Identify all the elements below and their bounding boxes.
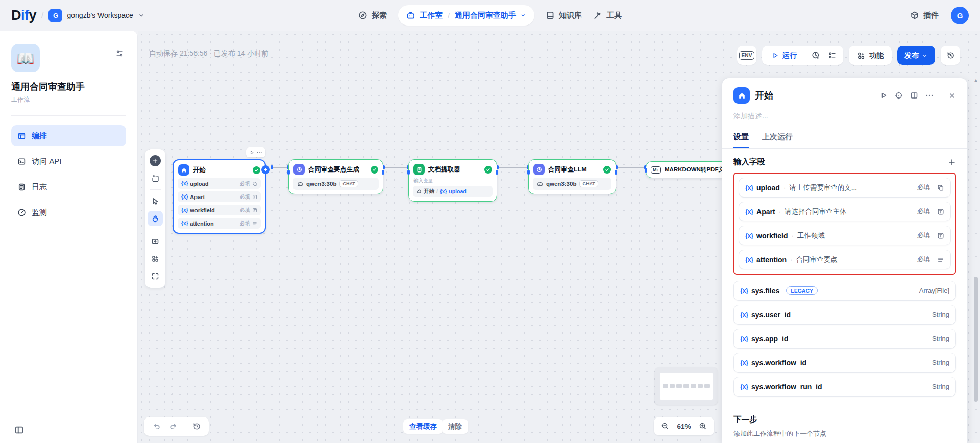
app-title: 通用合同审查助手 (11, 81, 126, 93)
version-history-button[interactable] (941, 46, 960, 65)
nav-tools[interactable]: 工具 (593, 11, 622, 20)
nav-current-app[interactable]: 通用合同审查助手 (455, 11, 526, 20)
node-field-row: {x} Apart 必填 (178, 191, 261, 202)
run-history-icon[interactable] (807, 47, 824, 64)
success-check-icon (484, 166, 492, 174)
sys-field-files[interactable]: {x} sys.files LEGACY Array[File] (733, 281, 956, 301)
compass-icon (358, 11, 368, 20)
node-doc-extractor[interactable]: 文档提取器 输入变量 开始 / {x} upload (408, 159, 497, 202)
checklist-icon[interactable] (824, 47, 840, 64)
variable-icon: {x} (740, 383, 748, 390)
add-note-button[interactable] (148, 170, 163, 186)
dify-logo[interactable]: Dify (11, 8, 36, 23)
export-image-button[interactable] (148, 234, 163, 249)
locate-node-icon[interactable] (895, 91, 903, 100)
minimap-node (704, 384, 710, 388)
node-review-llm[interactable]: 合同审查LLM qwen3:30b CHAT (528, 159, 616, 194)
node-title: 合同审查LLM (548, 165, 600, 174)
required-badge: 必填 (240, 220, 250, 227)
variable-icon: {x} (181, 220, 188, 226)
env-button[interactable]: ENV (737, 46, 756, 65)
nav-plugins[interactable]: 插件 (910, 11, 939, 20)
model-selector[interactable]: qwen3:30b CHAT (293, 178, 379, 190)
variable-reference[interactable]: 开始 / {x} upload (413, 186, 493, 197)
view-cache-button[interactable]: 查看缓存 (403, 419, 443, 434)
minimap[interactable] (655, 367, 718, 405)
markdown-icon: M↓ (651, 166, 661, 174)
description-placeholder[interactable]: 添加描述... (722, 104, 967, 121)
model-type-badge: CHAT (339, 180, 358, 187)
sidebar-item-monitoring[interactable]: 监测 (11, 202, 126, 223)
nav-studio[interactable]: 工作室 (406, 11, 443, 20)
doc-extractor-icon (413, 164, 425, 175)
sys-field-user-id[interactable]: {x} sys.user_id String (733, 305, 956, 325)
split-view-icon[interactable] (910, 91, 918, 100)
nav-knowledge[interactable]: 知识库 (546, 11, 582, 20)
sidebar-item-orchestrate[interactable]: 编排 (11, 125, 126, 146)
page-scrollbar[interactable]: ▲ (973, 78, 979, 443)
undo-icon[interactable] (148, 419, 164, 435)
zoom-in-icon[interactable] (697, 420, 709, 432)
scrollbar-up-arrow[interactable]: ▲ (973, 78, 979, 83)
zoom-controls: 61% (654, 417, 714, 435)
add-node-button[interactable] (148, 153, 163, 168)
sys-field-workflow-run-id[interactable]: {x} sys.workflow_run_id String (733, 377, 956, 397)
features-label: 功能 (869, 51, 884, 60)
node-start[interactable]: 开始 {x} upload 必填 {x} Apart 必填 {x} workfi… (173, 159, 266, 234)
workflow-canvas[interactable]: 自动保存 21:56:56 · 已发布 14 小时前 ENV 运行 功能 发布 (138, 31, 980, 443)
scrollbar-thumb[interactable] (974, 277, 978, 402)
nav-explore[interactable]: 探索 (358, 11, 387, 20)
pointer-mode-button[interactable] (148, 193, 163, 209)
sys-field-app-id[interactable]: {x} sys.app_id String (733, 329, 956, 349)
input-field-apart[interactable]: {x} Apart · 请选择合同审查主体 必填 (739, 202, 951, 222)
app-icon: 📖 (11, 44, 40, 72)
more-icon[interactable] (256, 150, 262, 156)
close-icon[interactable] (948, 92, 956, 100)
workspace-selector[interactable]: G gongzb's Workspace (48, 9, 144, 22)
change-history-icon[interactable] (188, 419, 205, 435)
app-settings-icon[interactable] (115, 49, 124, 58)
play-icon[interactable] (249, 150, 254, 155)
tab-last-run[interactable]: 上次运行 (762, 132, 793, 148)
tab-settings[interactable]: 设置 (733, 132, 749, 148)
panel-body: 输入字段 {x} upload · 请上传需要审查的文... 必填 {x} Ap (722, 149, 967, 397)
user-avatar[interactable]: G (951, 7, 969, 24)
add-next-node-port[interactable] (261, 165, 270, 174)
add-field-icon[interactable] (948, 158, 956, 166)
input-field-attention[interactable]: {x} attention · 合同审查要点 必填 (739, 250, 951, 269)
sidebar-item-api[interactable]: 访问 API (11, 151, 126, 172)
node-header: 合同审查LLM (529, 160, 616, 178)
collapse-sidebar-icon[interactable] (14, 425, 24, 435)
robot-icon (297, 181, 303, 187)
clear-button[interactable]: 清除 (442, 419, 468, 434)
input-field-workfield[interactable]: {x} workfield · 工作领域 必填 (739, 226, 951, 245)
sidebar-item-logs[interactable]: 日志 (11, 176, 126, 198)
gauge-icon (17, 208, 26, 217)
node-header: 文档提取器 (409, 160, 497, 178)
hand-mode-button[interactable] (148, 211, 163, 226)
variable-icon: {x} (440, 189, 447, 194)
node-review-points-llm[interactable]: 合同审查要点生成 qwen3:30b CHAT (288, 159, 383, 194)
redo-icon[interactable] (165, 419, 182, 435)
edge-gen-to-extract (383, 167, 408, 168)
autosave-status: 自动保存 21:56:56 · 已发布 14 小时前 (149, 49, 268, 58)
sys-field-workflow-id[interactable]: {x} sys.workflow_id String (733, 353, 956, 373)
canvas-toolbar: ENV 运行 功能 发布 (737, 46, 960, 65)
node-title: 合同审查要点生成 (308, 165, 367, 174)
input-variable-label: 输入变量 (413, 178, 492, 184)
input-field-upload[interactable]: {x} upload · 请上传需要审查的文... 必填 (739, 178, 951, 198)
zoom-level[interactable]: 61% (677, 423, 691, 430)
zoom-out-icon[interactable] (659, 420, 671, 432)
run-node-icon[interactable] (879, 91, 888, 100)
run-button[interactable]: 运行 (765, 51, 803, 60)
features-button[interactable]: 功能 (849, 46, 892, 65)
edge-start-to-gen (272, 167, 288, 168)
more-icon[interactable] (925, 91, 934, 100)
node-config-panel: 开始 添加描述... 设置 上次运行 输入字段 (722, 78, 968, 443)
model-selector[interactable]: qwen3:30b CHAT (533, 178, 611, 190)
organize-blocks-button[interactable] (148, 251, 163, 266)
publish-button[interactable]: 发布 (897, 46, 935, 65)
fit-view-button[interactable] (148, 268, 163, 284)
legacy-badge: LEGACY (786, 286, 818, 295)
required-badge: 必填 (240, 180, 250, 187)
